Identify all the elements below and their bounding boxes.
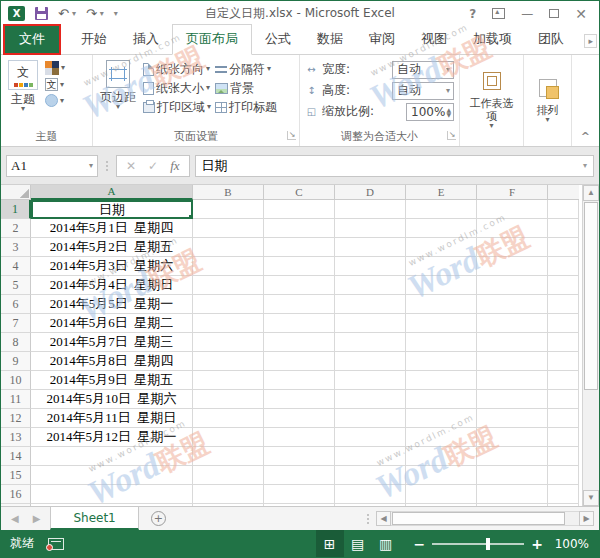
cell-e14[interactable]: [406, 447, 477, 466]
cell-a11[interactable]: 2014年5月10日 星期六: [31, 390, 193, 409]
confirm-entry-icon[interactable]: ✓: [148, 159, 158, 173]
scale-to-fit-dialog-launcher-icon[interactable]: ↘: [447, 131, 456, 140]
cell-c10[interactable]: [264, 371, 335, 390]
collapse-ribbon-icon[interactable]: ^: [581, 130, 590, 143]
zoom-level[interactable]: 100%: [553, 537, 589, 551]
cell-d14[interactable]: [335, 447, 406, 466]
cell-g11[interactable]: [548, 390, 579, 409]
row-header-1[interactable]: 1: [1, 200, 31, 219]
row-header-14[interactable]: 14: [1, 447, 31, 466]
cell-e11[interactable]: [406, 390, 477, 409]
cell-e7[interactable]: [406, 314, 477, 333]
cell-g1[interactable]: [548, 200, 579, 219]
cell-a4[interactable]: 2014年5月3日 星期六: [31, 257, 193, 276]
cell-a16[interactable]: [31, 485, 193, 504]
print-area-button[interactable]: 打印区域▾: [143, 99, 211, 115]
cell-f2[interactable]: [477, 219, 548, 238]
cell-f5[interactable]: [477, 276, 548, 295]
cell-g2[interactable]: [548, 219, 579, 238]
excel-logo-icon[interactable]: X: [8, 6, 25, 21]
cell-d8[interactable]: [335, 333, 406, 352]
tab-scroll-right-icon[interactable]: ▸: [584, 34, 597, 48]
row-header-8[interactable]: 8: [1, 333, 31, 352]
cell-e9[interactable]: [406, 352, 477, 371]
fill-handle[interactable]: [188, 214, 193, 219]
insert-function-icon[interactable]: fx: [170, 158, 179, 174]
cell-c6[interactable]: [264, 295, 335, 314]
arrange-button[interactable]: 排列 ▾: [524, 55, 572, 146]
scroll-left-icon[interactable]: ◀: [376, 511, 391, 526]
cell-d3[interactable]: [335, 238, 406, 257]
scale-spinner[interactable]: 100%▲▼: [406, 103, 454, 121]
cell-g6[interactable]: [548, 295, 579, 314]
ribbon-tab-view[interactable]: 视图: [408, 25, 460, 54]
column-header-partial[interactable]: [548, 185, 579, 200]
cell-b13[interactable]: [193, 428, 264, 447]
cell-e15[interactable]: [406, 466, 477, 485]
cell-e16[interactable]: [406, 485, 477, 504]
zoom-out-icon[interactable]: −: [414, 537, 426, 551]
page-break-preview-button[interactable]: ▥: [372, 530, 400, 557]
cell-g14[interactable]: [548, 447, 579, 466]
selected-cell-a1[interactable]: 日期: [31, 200, 193, 219]
cell-d11[interactable]: [335, 390, 406, 409]
cell-e1[interactable]: [406, 200, 477, 219]
cell-c7[interactable]: [264, 314, 335, 333]
cell-a17[interactable]: [31, 504, 193, 506]
scroll-down-icon[interactable]: ▼: [583, 490, 599, 506]
ribbon-tab-team[interactable]: 团队: [525, 25, 577, 54]
sheet-tab-sheet1[interactable]: Sheet1: [50, 507, 138, 530]
cell-f8[interactable]: [477, 333, 548, 352]
breaks-button[interactable]: 分隔符▾: [215, 61, 277, 77]
redo-icon[interactable]: ↷: [86, 7, 97, 20]
zoom-slider-thumb[interactable]: [486, 538, 490, 550]
row-header-4[interactable]: 4: [1, 257, 31, 276]
cell-g16[interactable]: [548, 485, 579, 504]
vertical-scroll-thumb[interactable]: [584, 202, 598, 390]
formula-bar-splitter[interactable]: [103, 160, 111, 172]
horizontal-scrollbar[interactable]: ◀ ▶: [376, 510, 594, 527]
cell-b12[interactable]: [193, 409, 264, 428]
save-icon[interactable]: [35, 7, 48, 20]
help-icon[interactable]: ?: [469, 8, 476, 20]
cell-b2[interactable]: [193, 219, 264, 238]
cell-b16[interactable]: [193, 485, 264, 504]
cell-e5[interactable]: [406, 276, 477, 295]
cell-c15[interactable]: [264, 466, 335, 485]
cell-c12[interactable]: [264, 409, 335, 428]
cell-a13[interactable]: 2014年5月12日 星期一: [31, 428, 193, 447]
cell-f16[interactable]: [477, 485, 548, 504]
column-header-d[interactable]: D: [335, 185, 406, 200]
cell-f3[interactable]: [477, 238, 548, 257]
maximize-icon[interactable]: [549, 9, 559, 18]
column-header-c[interactable]: C: [264, 185, 335, 200]
cell-b11[interactable]: [193, 390, 264, 409]
sheetbar-splitter[interactable]: [364, 513, 372, 525]
cell-c17[interactable]: [264, 504, 335, 506]
scroll-up-icon[interactable]: ▲: [583, 185, 599, 201]
ribbon-tab-file[interactable]: 文件: [4, 25, 60, 54]
themes-button[interactable]: 文 主题 ▾: [3, 57, 43, 115]
sheet-options-button[interactable]: 工作表选项 ▾: [460, 55, 524, 146]
ribbon-tab-add-ins[interactable]: 加载项: [460, 25, 525, 54]
ribbon-tab-home[interactable]: 开始: [68, 25, 120, 54]
row-header-3[interactable]: 3: [1, 238, 31, 257]
undo-dropdown-icon[interactable]: ▾: [72, 9, 76, 18]
cell-g10[interactable]: [548, 371, 579, 390]
column-header-b[interactable]: B: [193, 185, 264, 200]
cell-e3[interactable]: [406, 238, 477, 257]
cell-g5[interactable]: [548, 276, 579, 295]
zoom-slider[interactable]: [432, 543, 524, 545]
cell-a7[interactable]: 2014年5月6日 星期二: [31, 314, 193, 333]
cell-c2[interactable]: [264, 219, 335, 238]
row-header-16[interactable]: 16: [1, 485, 31, 504]
row-header-13[interactable]: 13: [1, 428, 31, 447]
cell-d10[interactable]: [335, 371, 406, 390]
customize-qat-icon[interactable]: ▾: [114, 9, 118, 18]
row-header-2[interactable]: 2: [1, 219, 31, 238]
ribbon-tab-formulas[interactable]: 公式: [252, 25, 304, 54]
normal-view-button[interactable]: ⊞: [316, 530, 344, 557]
macro-record-icon[interactable]: [48, 538, 64, 550]
column-header-a[interactable]: A: [31, 185, 193, 200]
cell-c8[interactable]: [264, 333, 335, 352]
